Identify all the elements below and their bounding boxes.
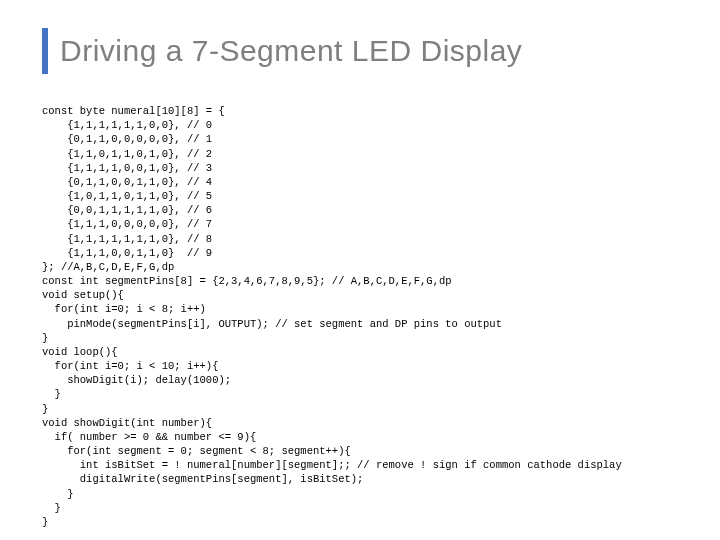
title-bar: Driving a 7-Segment LED Display <box>42 28 678 74</box>
slide-title: Driving a 7-Segment LED Display <box>60 34 522 68</box>
title-accent <box>42 28 48 74</box>
code-block: const byte numeral[10][8] = { {1,1,1,1,1… <box>42 104 678 529</box>
